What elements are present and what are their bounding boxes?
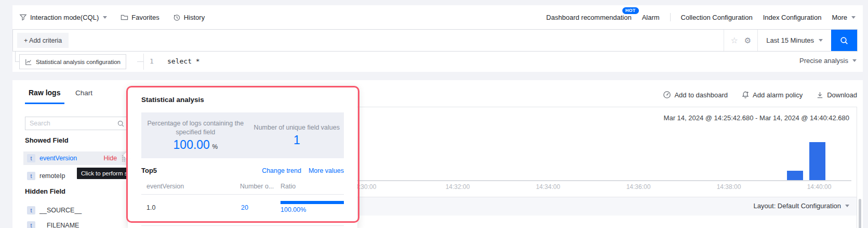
stat-value: 100.00 bbox=[173, 138, 210, 151]
field-name[interactable]: __SOURCE__ bbox=[39, 207, 82, 214]
more-dropdown[interactable]: More bbox=[832, 14, 856, 21]
layout-configuration-dropdown[interactable]: Layout: Default Configuration bbox=[754, 202, 849, 210]
search-bar-controls: ☆ ⚙ Last 15 Minutes bbox=[724, 30, 857, 51]
toolbar-right-group: HOT Dashboard recommendation Alarm Colle… bbox=[546, 13, 863, 21]
favorite-star-icon[interactable]: ☆ bbox=[724, 35, 742, 45]
stat-value-row: 1 bbox=[293, 133, 300, 147]
table-divider bbox=[141, 225, 344, 226]
chevron-down-icon bbox=[851, 16, 856, 19]
table-cell-value: 1.0 bbox=[146, 204, 155, 211]
filter-funnel-icon bbox=[19, 14, 27, 21]
interaction-mode-label: Interaction mode(CQL) bbox=[30, 14, 99, 21]
popup-title: Statistical analysis bbox=[141, 96, 204, 104]
download-label: Download bbox=[827, 91, 857, 99]
stat-label: Number of unique field values bbox=[254, 123, 340, 132]
stat-config-label: Statistical analysis configuration bbox=[36, 59, 121, 65]
field-name[interactable]: remoteIp bbox=[39, 172, 65, 180]
editor-line-number: 1 bbox=[150, 57, 154, 65]
stat-value-row: 100.00 % bbox=[173, 138, 218, 152]
x-tick-label: 14:32:00 bbox=[439, 183, 476, 191]
index-configuration-label: Index Configuration bbox=[763, 14, 822, 21]
showed-field-title: Showed Field bbox=[25, 136, 69, 144]
dashboard-recommendation-link[interactable]: HOT Dashboard recommendation bbox=[546, 14, 632, 21]
vertical-scrollbar[interactable] bbox=[859, 199, 861, 228]
field-search-input[interactable] bbox=[25, 117, 115, 130]
field-type-badge: t bbox=[27, 206, 35, 214]
hot-badge: HOT bbox=[622, 7, 639, 14]
field-type-badge: t bbox=[27, 221, 35, 228]
add-to-dashboard-link[interactable]: Add to dashboard bbox=[663, 91, 728, 99]
time-range-dropdown[interactable]: Last 15 Minutes bbox=[758, 30, 831, 51]
more-values-link[interactable]: More values bbox=[309, 167, 344, 174]
field-row-filename[interactable]: t __FILENAME__ bbox=[23, 219, 129, 228]
table-cell-count-link[interactable]: 20 bbox=[241, 204, 248, 211]
search-button[interactable] bbox=[831, 30, 857, 51]
search-criteria-bar: + Add criteria ☆ ⚙ Last 15 Minutes bbox=[12, 29, 858, 52]
change-trend-link[interactable]: Change trend bbox=[262, 167, 301, 174]
stat-unit: % bbox=[212, 143, 218, 150]
active-tab-underline bbox=[25, 103, 64, 104]
column-header-field: eventVersion bbox=[146, 183, 184, 190]
add-alarm-policy-label: Add alarm policy bbox=[753, 91, 803, 99]
dashboard-gauge-icon bbox=[663, 91, 671, 99]
search-icon bbox=[839, 36, 849, 45]
toolbar-left-group: Interaction mode(CQL) Favorites History bbox=[12, 14, 205, 21]
histogram-bar bbox=[787, 171, 803, 180]
interaction-mode-dropdown[interactable]: Interaction mode(CQL) bbox=[19, 14, 107, 21]
results-card: Raw logs Chart Add to dashboard Add alar… bbox=[12, 80, 863, 228]
download-link[interactable]: Download bbox=[816, 91, 857, 99]
add-criteria-button[interactable]: + Add criteria bbox=[17, 33, 69, 48]
add-to-dashboard-label: Add to dashboard bbox=[674, 91, 728, 99]
search-header-card: Interaction mode(CQL) Favorites History … bbox=[12, 5, 863, 72]
history-label: History bbox=[184, 14, 205, 21]
tab-chart[interactable]: Chart bbox=[75, 89, 92, 97]
field-row-source[interactable]: t __SOURCE__ bbox=[23, 204, 129, 217]
stat-label: Percentage of logs containing the specif… bbox=[148, 119, 244, 137]
statistical-analysis-configuration-button[interactable]: Statistical analysis configuration bbox=[19, 54, 126, 69]
ratio-progress-bar bbox=[281, 201, 344, 204]
field-search-box bbox=[25, 117, 129, 130]
tab-raw-logs[interactable]: Raw logs bbox=[29, 88, 60, 97]
column-header-ratio: Ratio bbox=[281, 183, 296, 190]
column-header-count: Number o... bbox=[240, 183, 274, 190]
toolbar-divider bbox=[670, 13, 671, 21]
favorites-label: Favorites bbox=[131, 14, 159, 21]
history-clock-icon bbox=[173, 14, 181, 21]
time-range-label: Last 15 Minutes bbox=[766, 36, 814, 44]
add-alarm-policy-link[interactable]: Add alarm policy bbox=[741, 91, 803, 99]
chevron-down-icon bbox=[845, 205, 849, 207]
query-time-range: Mar 14, 2024 @ 14:25:42.680 - Mar 14, 20… bbox=[664, 114, 849, 122]
table-cell-ratio: 100.00% bbox=[281, 206, 306, 213]
search-icon bbox=[117, 120, 125, 128]
query-editor[interactable]: select * bbox=[167, 57, 200, 65]
download-icon bbox=[816, 91, 824, 99]
collection-configuration-link[interactable]: Collection Configuration bbox=[681, 14, 753, 21]
alarm-label: Alarm bbox=[642, 14, 660, 21]
stat-value: 1 bbox=[293, 133, 300, 147]
analysis-mode-label: Precise analysis bbox=[799, 57, 848, 65]
x-tick-label: 14:40:00 bbox=[801, 183, 837, 191]
field-name[interactable]: __FILENAME__ bbox=[39, 222, 86, 228]
table-divider bbox=[141, 194, 344, 195]
favorites-button[interactable]: Favorites bbox=[121, 14, 159, 21]
top5-title: Top5 bbox=[141, 167, 157, 174]
more-label: More bbox=[832, 14, 847, 21]
connector-line bbox=[15, 61, 19, 62]
query-row: Statistical analysis configuration 1 sel… bbox=[12, 52, 863, 72]
index-configuration-link[interactable]: Index Configuration bbox=[763, 14, 822, 21]
layout-configuration-label: Layout: Default Configuration bbox=[754, 202, 841, 210]
history-button[interactable]: History bbox=[173, 14, 205, 21]
editor-divider bbox=[143, 54, 144, 70]
chevron-down-icon bbox=[103, 16, 107, 19]
top5-header-row: Top5 Change trend More values bbox=[141, 167, 344, 174]
settings-gear-icon[interactable]: ⚙ bbox=[743, 36, 757, 45]
field-name[interactable]: eventVersion bbox=[39, 155, 77, 162]
alarm-link[interactable]: Alarm bbox=[642, 14, 660, 21]
results-actions: Add to dashboard Add alarm policy Downlo… bbox=[663, 91, 857, 99]
analysis-mode-dropdown[interactable]: Precise analysis bbox=[799, 57, 857, 65]
field-row-eventversion[interactable]: t eventVersion Hide ⣿ bbox=[23, 151, 129, 165]
hide-field-link[interactable]: Hide bbox=[103, 155, 117, 162]
chart-line-icon bbox=[25, 58, 32, 66]
bell-plus-icon bbox=[741, 91, 750, 99]
chevron-down-icon bbox=[852, 59, 857, 62]
